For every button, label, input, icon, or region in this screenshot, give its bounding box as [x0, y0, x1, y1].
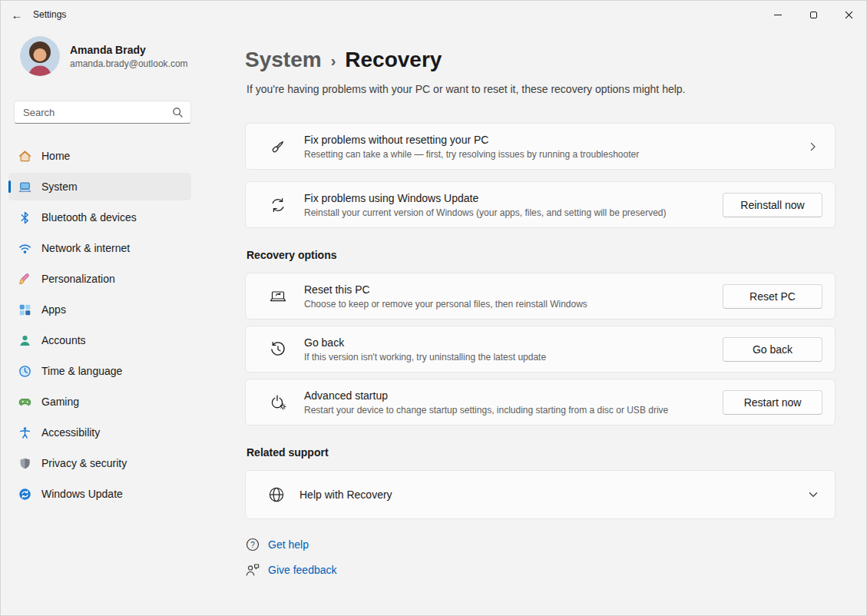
sidebar-item-apps[interactable]: Apps: [8, 296, 191, 323]
sidebar-item-gaming[interactable]: Gaming: [8, 388, 191, 416]
card-subtitle: Reinstall your current version of Window…: [304, 207, 723, 218]
page-title: Recovery: [345, 45, 442, 75]
card-subtitle: If this version isn't working, try unins…: [304, 352, 723, 363]
search-input[interactable]: [15, 107, 172, 118]
give-feedback-label: Give feedback: [268, 564, 337, 576]
sidebar-item-label: System: [41, 180, 78, 193]
app-body: Amanda Brady amanda.brady@outlook.com Ho…: [1, 28, 866, 615]
personalization-icon: [18, 273, 31, 286]
maximize-button[interactable]: [796, 1, 831, 28]
sidebar-item-system[interactable]: System: [8, 173, 191, 200]
main-content: System › Recovery If you're having probl…: [223, 28, 866, 615]
get-help-link[interactable]: ? Get help: [245, 537, 309, 552]
sidebar-item-label: Time & language: [41, 365, 122, 377]
system-icon: [18, 180, 31, 194]
account-text: Amanda Brady amanda.brady@outlook.com: [70, 44, 188, 69]
card-subtitle: Resetting can take a while — first, try …: [304, 149, 807, 160]
sidebar-item-accounts[interactable]: Accounts: [8, 326, 191, 354]
sidebar-item-label: Apps: [41, 303, 66, 316]
go-back-button[interactable]: Go back: [723, 337, 822, 362]
breadcrumb-system[interactable]: System: [245, 45, 322, 75]
card-reset-this-pc: Reset this PC Choose to keep or remove y…: [245, 273, 836, 320]
card-text: Help with Recovery: [299, 488, 807, 501]
account-profile[interactable]: Amanda Brady amanda.brady@outlook.com: [20, 36, 191, 76]
globe-icon: [267, 485, 286, 505]
accessibility-icon: [18, 426, 31, 439]
footer-links: ? Get help Give feedback: [245, 537, 836, 578]
get-help-label: Get help: [268, 538, 309, 551]
chevron-down-icon[interactable]: [807, 488, 819, 501]
sidebar-item-label: Privacy & security: [41, 457, 127, 469]
sidebar-nav: Home System Bluetooth & devices: [8, 142, 191, 508]
sidebar-item-time-language[interactable]: Time & language: [8, 357, 191, 385]
sync-arrows-icon: [269, 196, 287, 214]
avatar: [20, 36, 60, 76]
card-text: Advanced startup Restart your device to …: [304, 389, 723, 416]
sidebar-item-privacy-security[interactable]: Privacy & security: [8, 449, 191, 477]
card-subtitle: Restart your device to change startup se…: [304, 405, 723, 416]
reset-pc-icon: [269, 287, 287, 306]
card-help-with-recovery[interactable]: Help with Recovery: [245, 470, 836, 519]
sidebar-item-label: Network & internet: [41, 242, 130, 254]
network-icon: [18, 242, 31, 255]
close-icon: [845, 11, 853, 19]
sidebar: Amanda Brady amanda.brady@outlook.com Ho…: [1, 28, 223, 615]
card-subtitle: Choose to keep or remove your personal f…: [304, 299, 723, 310]
breadcrumb-separator-icon: ›: [331, 44, 336, 75]
screwdriver-icon: [269, 137, 287, 156]
sidebar-item-label: Home: [41, 150, 70, 162]
sidebar-item-home[interactable]: Home: [8, 142, 191, 170]
window-title: Settings: [33, 9, 66, 20]
card-text: Fix problems using Windows Update Reinst…: [304, 192, 723, 218]
card-text: Go back If this version isn't working, t…: [304, 336, 723, 363]
feedback-icon: [245, 562, 260, 578]
sidebar-item-network-internet[interactable]: Network & internet: [8, 234, 191, 262]
sidebar-item-label: Windows Update: [41, 488, 123, 500]
settings-window: ← Settings: [0, 0, 867, 616]
sidebar-item-label: Bluetooth & devices: [41, 211, 137, 224]
maximize-icon: [810, 12, 817, 18]
time-language-icon: [18, 365, 31, 378]
sidebar-item-accessibility[interactable]: Accessibility: [8, 419, 191, 446]
sidebar-item-bluetooth-devices[interactable]: Bluetooth & devices: [8, 204, 191, 231]
gaming-icon: [18, 396, 31, 409]
sidebar-item-personalization[interactable]: Personalization: [8, 265, 191, 293]
close-button[interactable]: [831, 1, 866, 28]
home-icon: [18, 150, 31, 163]
minimize-icon: [774, 15, 782, 15]
card-text: Reset this PC Choose to keep or remove y…: [304, 283, 723, 310]
sidebar-item-windows-update[interactable]: Windows Update: [8, 480, 191, 508]
sidebar-item-label: Personalization: [41, 273, 115, 285]
accounts-icon: [18, 334, 31, 347]
windows-update-icon: [18, 488, 31, 501]
reinstall-now-button[interactable]: Reinstall now: [723, 193, 822, 217]
search-icon[interactable]: [172, 104, 190, 121]
page-description: If you're having problems with your PC o…: [247, 83, 836, 95]
section-heading-recovery-options: Recovery options: [247, 249, 836, 261]
give-feedback-link[interactable]: Give feedback: [245, 562, 337, 578]
sidebar-item-label: Gaming: [41, 396, 79, 408]
bluetooth-icon: [18, 211, 31, 224]
card-fix-problems-windows-update: Fix problems using Windows Update Reinst…: [245, 181, 836, 228]
restart-now-button[interactable]: Restart now: [723, 390, 822, 415]
card-title: Reset this PC: [304, 283, 723, 296]
titlebar: ← Settings: [1, 1, 866, 28]
section-heading-related-support: Related support: [247, 446, 836, 459]
search-box: [14, 101, 191, 124]
card-title: Help with Recovery: [299, 488, 807, 501]
card-fix-problems-troubleshoot[interactable]: Fix problems without resetting your PC R…: [245, 123, 836, 170]
power-gear-icon: [269, 393, 287, 412]
card-advanced-startup: Advanced startup Restart your device to …: [245, 379, 836, 426]
card-title: Fix problems without resetting your PC: [304, 134, 807, 146]
minimize-button[interactable]: [760, 1, 796, 28]
account-email: amanda.brady@outlook.com: [70, 58, 188, 69]
reset-pc-button[interactable]: Reset PC: [723, 284, 822, 309]
privacy-icon: [18, 457, 31, 470]
card-title: Advanced startup: [304, 389, 723, 402]
chevron-right-icon: [807, 141, 819, 153]
svg-text:?: ?: [250, 541, 255, 549]
back-button[interactable]: ←: [1, 1, 33, 28]
sidebar-item-label: Accounts: [41, 334, 86, 346]
card-title: Go back: [304, 336, 723, 349]
account-name: Amanda Brady: [70, 44, 188, 56]
